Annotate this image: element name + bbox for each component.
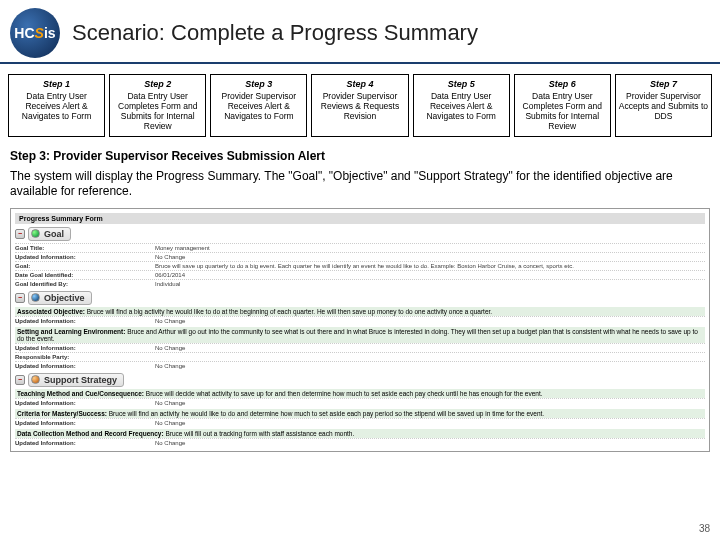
form-subsection: Teaching Method and Cue/Consequence: Bru… [15,389,705,398]
page-title: Scenario: Complete a Progress Summary [72,20,478,46]
collapse-icon[interactable]: − [15,375,25,385]
form-row: Goal Title:Money management [15,243,705,252]
form-subsection: Setting and Learning Environment: Bruce … [15,327,705,343]
form-row: Goal Identified By:Individual [15,279,705,288]
workflow-steps: Step 1Data Entry User Receives Alert & N… [0,64,720,145]
support-strategy-header: − Support Strategy [15,373,705,387]
step-3: Step 3Provider Supervisor Receives Alert… [210,74,307,137]
objective-header: − Objective [15,291,705,305]
header: HCSis Scenario: Complete a Progress Summ… [0,0,720,64]
circle-icon [31,229,40,238]
step-7: Step 7Provider Supervisor Accepts and Su… [615,74,712,137]
circle-icon [31,293,40,302]
form-row: Goal:Bruce will save up quarterly to do … [15,261,705,270]
form-row: Updated Information:No Change [15,361,705,370]
collapse-icon[interactable]: − [15,293,25,303]
step-2: Step 2Data Entry User Completes Form and… [109,74,206,137]
form-subsection: Criteria for Mastery/Success: Bruce will… [15,409,705,418]
goal-badge: Goal [28,227,71,241]
form-row: Updated Information:No Change [15,438,705,447]
collapse-icon[interactable]: − [15,229,25,239]
objective-badge: Objective [28,291,92,305]
step-subtitle: Step 3: Provider Supervisor Receives Sub… [0,145,720,169]
form-row: Date Goal Identified:06/01/2014 [15,270,705,279]
form-subsection: Data Collection Method and Record Freque… [15,429,705,438]
logo-icon: HCSis [10,8,60,58]
circle-icon [31,375,40,384]
form-row: Updated Information:No Change [15,252,705,261]
step-1: Step 1Data Entry User Receives Alert & N… [8,74,105,137]
form-row: Updated Information:No Change [15,418,705,427]
support-strategy-badge: Support Strategy [28,373,124,387]
body-text: The system will display the Progress Sum… [0,169,720,208]
form-row: Updated Information:No Change [15,398,705,407]
step-5: Step 5Data Entry User Receives Alert & N… [413,74,510,137]
page-number: 38 [699,523,710,534]
goal-header: − Goal [15,227,705,241]
form-title: Progress Summary Form [15,213,705,224]
step-6: Step 6Data Entry User Completes Form and… [514,74,611,137]
form-row: Updated Information:No Change [15,316,705,325]
progress-summary-form: Progress Summary Form − Goal Goal Title:… [10,208,710,452]
form-subsection: Associated Objective: Bruce will find a … [15,307,705,316]
step-4: Step 4Provider Supervisor Reviews & Requ… [311,74,408,137]
form-row: Responsible Party: [15,352,705,361]
form-row: Updated Information:No Change [15,343,705,352]
